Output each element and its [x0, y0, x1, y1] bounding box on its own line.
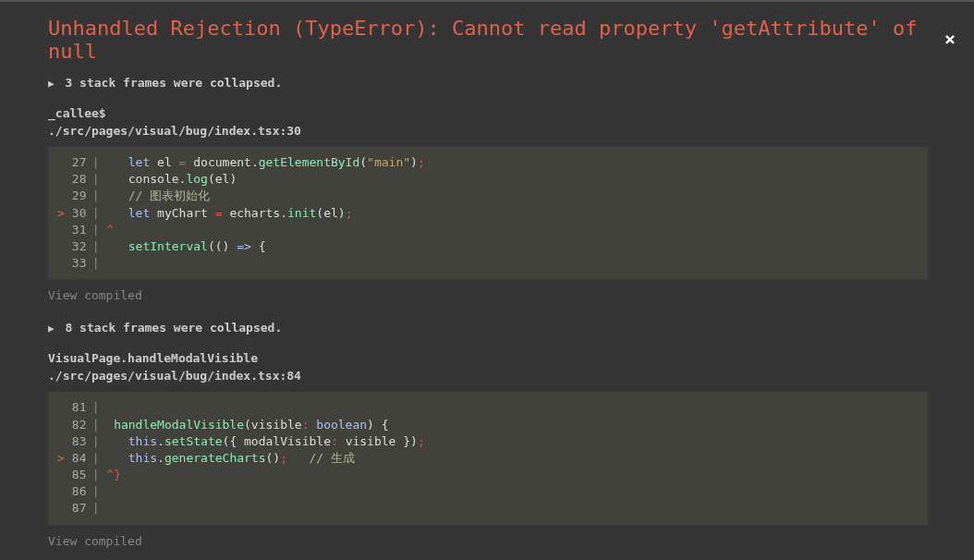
file-path[interactable]: ./src/pages/visual/bug/index.tsx:84 [48, 369, 928, 383]
stack-frame-1: _callee$ ./src/pages/visual/bug/index.ts… [48, 106, 928, 279]
collapsed-frames-text: 8 stack frames were collapsed. [65, 321, 282, 335]
file-path[interactable]: ./src/pages/visual/bug/index.tsx:30 [48, 124, 928, 138]
view-compiled-link-2[interactable]: View compiled [48, 534, 928, 548]
view-compiled-link-1[interactable]: View compiled [48, 288, 928, 302]
error-title: Unhandled Rejection (TypeError): Cannot … [48, 17, 928, 63]
function-name: _callee$ [48, 106, 928, 120]
stack-frame-2: VisualPage.handleModalVisible ./src/page… [48, 351, 928, 524]
arrow-right-icon: ▶ [48, 323, 55, 335]
code-snippet-2: 81 | 82 | handleModalVisible(visible: bo… [48, 392, 928, 524]
code-snippet-1: 27 | let el = document.getElementById("m… [48, 147, 928, 279]
arrow-right-icon: ▶ [48, 78, 55, 90]
collapsed-frames-toggle-2[interactable]: ▶ 8 stack frames were collapsed. [48, 321, 928, 335]
function-name: VisualPage.handleModalVisible [48, 351, 928, 365]
collapsed-frames-text: 3 stack frames were collapsed. [65, 76, 282, 90]
collapsed-frames-toggle-1[interactable]: ▶ 3 stack frames were collapsed. [48, 76, 928, 90]
close-icon[interactable]: × [944, 28, 956, 50]
